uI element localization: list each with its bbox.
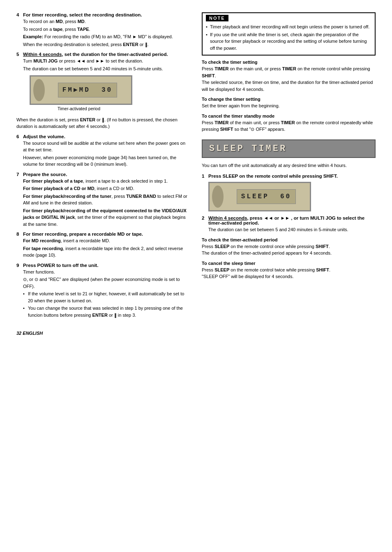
display-caption: Timer-activated period bbox=[30, 106, 128, 112]
sleep-display-text: SLEEP 60 bbox=[237, 189, 296, 204]
step-4-line3: Example: For recording the radio (FM) to… bbox=[23, 33, 190, 40]
sleep-step-2-body: The duration can be set between 5 and 24… bbox=[208, 226, 376, 233]
step-6: 6 Adjust the volume. The source sound wi… bbox=[16, 134, 190, 168]
right-column: NOTE Timer playback and timer recording … bbox=[202, 12, 376, 336]
sub-section-check-sleep: To check the timer-activated period Pres… bbox=[202, 237, 376, 257]
step-9-body: Timer functions. ⊙, or ⊙ and "REC" are d… bbox=[23, 269, 190, 319]
step-4-title-row: 4 For timer recording, select the record… bbox=[16, 12, 190, 17]
step-7-title-row: 7 Prepare the source. bbox=[16, 172, 190, 177]
step-5: 5 Within 4 seconds, set the duration for… bbox=[16, 52, 190, 112]
page-number: 32 bbox=[16, 331, 21, 336]
step-7-line3: For timer playback/recording of the tune… bbox=[23, 193, 190, 206]
sleep-step-2-heading: Within 4 seconds, press ◄◄ or ►► , or tu… bbox=[208, 216, 376, 225]
step-4-line4: When the recording destination is select… bbox=[23, 41, 190, 48]
note-title: NOTE bbox=[206, 15, 228, 21]
step-8-body: For MD recording, insert a recordable MD… bbox=[23, 237, 190, 259]
step-7-line4: For timer playback/recording of the equi… bbox=[23, 207, 190, 228]
step-8-num: 8 bbox=[16, 232, 21, 237]
sleep-step-1-num: 1 bbox=[202, 174, 207, 179]
step-9: 9 Press POWER to turn off the unit. Time… bbox=[16, 263, 190, 319]
step-7-body: For timer playback of a tape, insert a t… bbox=[23, 178, 190, 228]
step-5-body: Turn MULTI JOG or press ◄◄ and ►► to set… bbox=[23, 58, 190, 112]
sleep-step-2-num: 2 bbox=[202, 216, 207, 220]
sub-section-change-timer: To change the timer setting Set the time… bbox=[202, 97, 376, 109]
step-7-heading: Prepare the source. bbox=[23, 172, 190, 177]
sleep-timer-banner-text: SLEEP TIMER bbox=[209, 144, 287, 154]
step-8-line2: For tape recording, insert a recordable … bbox=[23, 245, 190, 259]
sleep-timer-section: SLEEP TIMER bbox=[202, 139, 376, 158]
step-7-line1: For timer playback of a tape, insert a t… bbox=[23, 178, 190, 185]
sub-section-check-sleep-title: To check the timer-activated period bbox=[202, 237, 376, 242]
timer-display-text: FM▶MD 30 bbox=[58, 83, 117, 97]
sleep-timer-intro: You can turn off the unit automatically … bbox=[202, 162, 376, 169]
step-6-body: The source sound will be audible at the … bbox=[23, 140, 190, 168]
step-5-title-row: 5 Within 4 seconds, set the duration for… bbox=[16, 52, 190, 57]
sub-section-check-timer-body: Press TIMER on the main unit, or press T… bbox=[202, 65, 376, 93]
sub-section-cancel-sleep-title: To cancel the sleep timer bbox=[202, 261, 376, 266]
step-4-line2: To record on a tape, press TAPE. bbox=[23, 26, 190, 33]
step-6-title-row: 6 Adjust the volume. bbox=[16, 134, 190, 139]
step-4-body: To record on an MD, press MD. To record … bbox=[23, 18, 190, 48]
sub-section-cancel-sleep-body: Press SLEEP on the remote control twice … bbox=[202, 267, 376, 280]
sub-section-change-timer-body: Set the timer again from the beginning. bbox=[202, 102, 376, 109]
step-5-num: 5 bbox=[16, 52, 21, 57]
note-box: NOTE Timer playback and timer recording … bbox=[202, 12, 376, 56]
step-9-line1: ⊙, or ⊙ and "REC" are displayed (when th… bbox=[23, 276, 190, 290]
step-9-bullet2: You can change the source that was selec… bbox=[23, 305, 190, 318]
step-9-line0: Timer functions. bbox=[23, 269, 190, 276]
sleep-step-2: 2 Within 4 seconds, press ◄◄ or ►► , or … bbox=[202, 216, 376, 233]
sleep-timer-banner: SLEEP TIMER bbox=[202, 139, 376, 158]
step-5-line1: Turn MULTI JOG or press ◄◄ and ►► to set… bbox=[23, 58, 190, 65]
note-list: Timer playback and timer recording will … bbox=[206, 23, 371, 51]
step-4-line1: To record on an MD, press MD. bbox=[23, 18, 190, 25]
step-5-followup-text: When the duration is set, press ENTER or… bbox=[16, 116, 190, 130]
step-6-num: 6 bbox=[16, 134, 21, 139]
step-5-heading: Within 4 seconds, set the duration for t… bbox=[23, 52, 190, 57]
sub-section-change-timer-title: To change the timer setting bbox=[202, 97, 376, 102]
step-5-line2: The duration can be set between 5 and 24… bbox=[23, 65, 190, 72]
step-8-line1: For MD recording, insert a recordable MD… bbox=[23, 237, 190, 244]
step-4: 4 For timer recording, select the record… bbox=[16, 12, 190, 48]
sleep-step-1-body: SLEEP 60 bbox=[208, 182, 376, 211]
step-9-bullets: If the volume level is set to 21 or high… bbox=[23, 290, 190, 318]
step-9-heading: Press POWER to turn off the unit. bbox=[23, 263, 190, 268]
sub-section-cancel-timer: To cancel the timer standby mode Press T… bbox=[202, 114, 376, 133]
left-column: 4 For timer recording, select the record… bbox=[16, 12, 190, 336]
step-9-title-row: 9 Press POWER to turn off the unit. bbox=[16, 263, 190, 268]
sub-section-cancel-timer-title: To cancel the timer standby mode bbox=[202, 114, 376, 118]
step-8-title-row: 8 For timer recording, prepare a recorda… bbox=[16, 232, 190, 237]
step-4-heading: For timer recording, select the recordin… bbox=[23, 12, 190, 17]
step-7-line2: For timer playback of a CD or MD, insert… bbox=[23, 185, 190, 192]
step-8: 8 For timer recording, prepare a recorda… bbox=[16, 232, 190, 259]
step-9-bullet1: If the volume level is set to 21 or high… bbox=[23, 290, 190, 304]
note-item-2: If you use the unit while the timer is s… bbox=[206, 31, 371, 52]
sleep-display-illustration: SLEEP 60 bbox=[208, 182, 311, 211]
sleep-step-2-title-row: 2 Within 4 seconds, press ◄◄ or ►► , or … bbox=[202, 216, 376, 225]
timer-display-illustration: FM▶MD 30 bbox=[30, 75, 132, 105]
sub-section-cancel-timer-body: Press TIMER of the main unit, or press T… bbox=[202, 119, 376, 133]
sleep-step-1: 1 Press SLEEP on the remote control whil… bbox=[202, 174, 376, 211]
step-6-line1: The source sound will be audible at the … bbox=[23, 140, 190, 153]
step-5-followup: When the duration is set, press ENTER or… bbox=[16, 116, 190, 130]
sleep-step-2-line1: The duration can be set between 5 and 24… bbox=[208, 226, 376, 233]
footer: 32 ENGLISH bbox=[16, 331, 190, 336]
sleep-step-1-heading: Press SLEEP on the remote control while … bbox=[208, 174, 376, 179]
step-9-num: 9 bbox=[16, 263, 21, 268]
step-7-num: 7 bbox=[16, 172, 21, 177]
step-7: 7 Prepare the source. For timer playback… bbox=[16, 172, 190, 228]
sub-section-check-timer: To check the timer setting Press TIMER o… bbox=[202, 60, 376, 93]
note-item-1: Timer playback and timer recording will … bbox=[206, 23, 371, 30]
step-4-num: 4 bbox=[16, 12, 21, 17]
page-language: ENGLISH bbox=[23, 331, 43, 336]
step-6-line2: However, when power economizing mode (pa… bbox=[23, 154, 190, 168]
sleep-step-1-title-row: 1 Press SLEEP on the remote control whil… bbox=[202, 174, 376, 179]
main-layout: 4 For timer recording, select the record… bbox=[16, 12, 376, 336]
step-8-heading: For timer recording, prepare a recordabl… bbox=[23, 232, 190, 237]
sub-section-check-sleep-body: Press SLEEP on the remote control once w… bbox=[202, 243, 376, 257]
step-6-heading: Adjust the volume. bbox=[23, 134, 190, 139]
sub-section-cancel-sleep: To cancel the sleep timer Press SLEEP on… bbox=[202, 261, 376, 280]
sub-section-check-timer-title: To check the timer setting bbox=[202, 60, 376, 65]
